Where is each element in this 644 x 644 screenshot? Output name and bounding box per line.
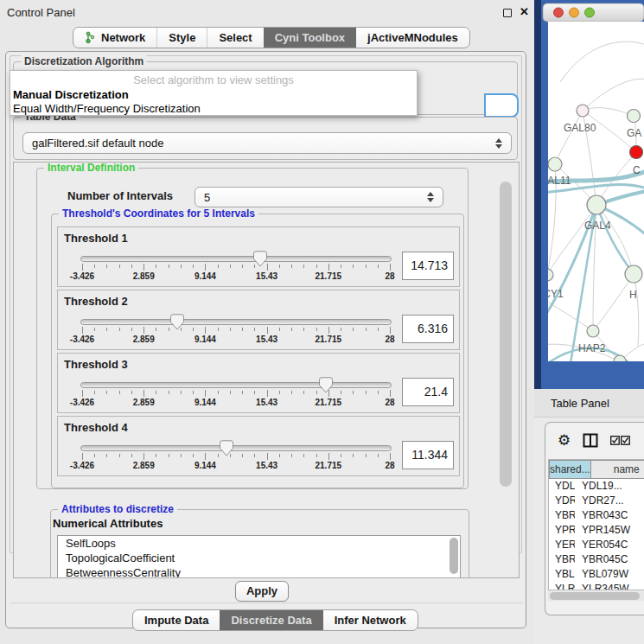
cell-name[interactable]: YBR043C	[575, 508, 644, 523]
threshold-label: Threshold 1	[64, 232, 128, 245]
table-row[interactable]: YDL19... YDL19...	[549, 479, 644, 494]
cell-shared-name[interactable]: YBR045C	[549, 552, 575, 567]
cell-name[interactable]: YDR27...	[575, 494, 644, 508]
apply-button[interactable]: Apply	[235, 581, 289, 602]
tab-style[interactable]: Style	[156, 28, 207, 48]
bottom-tabbar: Impute Data Discretize Data Infer Networ…	[132, 609, 418, 631]
vertical-scrollbar[interactable]	[500, 182, 512, 487]
slider-thumb[interactable]	[253, 251, 267, 267]
tab-infer-network[interactable]: Infer Network	[323, 610, 418, 630]
network-node-gal80[interactable]	[577, 105, 589, 117]
threshold-2-slider[interactable]: -3.4262.8599.14415.4321.71528	[80, 313, 392, 349]
zoom-traffic-light[interactable]	[585, 8, 595, 17]
network-node[interactable]	[625, 265, 642, 283]
table-row[interactable]: YBL079W YBL079W	[549, 567, 644, 582]
threshold-2-value-field[interactable]: 6.316	[402, 315, 454, 343]
slider-track[interactable]	[80, 445, 392, 451]
cell-shared-name[interactable]: YER054C	[549, 538, 575, 552]
table-row[interactable]: YDR27... YDR27...	[549, 494, 644, 508]
network-node[interactable]	[628, 110, 641, 123]
threshold-3-value-field[interactable]: 21.4	[402, 378, 454, 406]
node-label: HAP2	[578, 342, 606, 354]
threshold-4-value-field[interactable]: 11.344	[402, 441, 454, 469]
tick-labels: -3.4262.8599.14415.4321.71528	[82, 271, 390, 282]
column-header-shared-name[interactable]: shared...	[549, 460, 591, 479]
checkbox-icons[interactable]	[610, 436, 630, 445]
slider-track[interactable]	[80, 319, 392, 325]
cell-shared-name[interactable]: YPR145W	[549, 523, 575, 538]
attribute-list-item[interactable]: SelfLoops	[58, 536, 460, 551]
float-window-icon[interactable]	[503, 9, 512, 17]
table-row[interactable]: YBR043C YBR043C	[549, 508, 644, 523]
node-label: C	[633, 164, 641, 176]
attribute-list-item[interactable]: TopologicalCoefficient	[58, 551, 460, 565]
table-data-combobox[interactable]: galFiltered.sif default node	[22, 132, 512, 154]
tab-impute-data[interactable]: Impute Data	[133, 610, 220, 630]
column-header-name[interactable]: name	[591, 460, 644, 479]
menu-item-equal-width-frequency[interactable]: Equal Width/Frequency Discretization	[13, 102, 201, 115]
slider-ticks	[82, 327, 390, 335]
close-traffic-light[interactable]	[554, 8, 564, 17]
cell-shared-name[interactable]: YBL079W	[549, 567, 575, 582]
popup-hint: Select algorithm to view settings	[10, 73, 417, 86]
minimize-traffic-light[interactable]	[570, 8, 579, 17]
cell-name[interactable]: YER054C	[575, 538, 644, 552]
tab-jactivemnodules[interactable]: jActiveMNodules	[356, 28, 469, 48]
thresholds-group: Threshold's Coordinates for 5 Intervals …	[51, 214, 464, 488]
table-row[interactable]: YPR145W YPR145W	[549, 523, 644, 538]
group-title: Attributes to discretize	[58, 503, 177, 515]
panel-title: Control Panel	[7, 6, 75, 19]
cell-name[interactable]: YBR045C	[575, 552, 644, 567]
number-of-intervals-combobox[interactable]: 5	[194, 187, 443, 207]
table-toolbar: ⚙	[545, 423, 644, 457]
group-title: Interval Definition	[44, 162, 138, 174]
network-node-hap2[interactable]	[587, 325, 599, 337]
tab-cyni-toolbox[interactable]: Cyni Toolbox	[264, 28, 356, 48]
table-row[interactable]: YER054C YER054C	[549, 538, 644, 552]
cell-name[interactable]: YPR145W	[575, 523, 644, 538]
node-table: shared... name YDL19... YDL19...YDR27...…	[548, 459, 644, 590]
tab-network[interactable]: Network	[73, 28, 156, 48]
slider-thumb[interactable]	[319, 377, 333, 393]
threshold-3-slider[interactable]: -3.4262.8599.14415.4321.71528	[80, 376, 392, 412]
group-title: Discretization Algorithm	[21, 55, 147, 67]
cell-shared-name[interactable]: YLR345W	[549, 582, 575, 590]
algorithm-popup-menu: Select algorithm to view settings Manual…	[10, 70, 418, 116]
close-icon[interactable]: ✕	[520, 5, 529, 18]
slider-track[interactable]	[80, 382, 392, 388]
horizontal-scrollbar[interactable]	[548, 591, 644, 601]
columns-icon[interactable]	[583, 433, 598, 448]
slider-thumb[interactable]	[170, 314, 184, 330]
threshold-label: Threshold 3	[64, 358, 128, 371]
table-row[interactable]: YBR045C YBR045C	[549, 552, 644, 567]
threshold-4-slider[interactable]: -3.4262.8599.14415.4321.71528	[80, 439, 392, 475]
gear-icon[interactable]: ⚙	[558, 433, 571, 448]
attribute-list-item[interactable]: BetweennessCentrality	[58, 565, 460, 578]
threshold-1-slider[interactable]: -3.4262.8599.14415.4321.71528	[80, 250, 392, 286]
threshold-1-value-field[interactable]: 14.713	[402, 252, 454, 280]
network-node-selected-red[interactable]	[630, 146, 643, 159]
slider-thumb[interactable]	[220, 440, 233, 456]
cell-shared-name[interactable]: YDL19...	[549, 479, 575, 494]
spinner-arrows-icon	[495, 138, 502, 149]
network-node-gal4[interactable]	[587, 195, 606, 214]
top-tabbar: Network Style Select Cyni Toolbox jActiv…	[73, 27, 470, 48]
interval-definition-group: Interval Definition Number of Intervals …	[36, 168, 469, 489]
cell-name[interactable]: YBL079W	[575, 567, 644, 582]
network-icon	[85, 31, 97, 44]
table-row[interactable]: YLR345W YLR345W	[549, 582, 644, 590]
cell-shared-name[interactable]: YDR27...	[549, 494, 575, 508]
tick-labels: -3.4262.8599.14415.4321.71528	[82, 335, 390, 345]
cell-name[interactable]: YLR345W	[575, 582, 644, 590]
scrollbar-thumb[interactable]	[550, 592, 640, 600]
cell-name[interactable]: YDL19...	[575, 479, 644, 494]
tab-discretize-data[interactable]: Discretize Data	[220, 610, 322, 630]
cell-shared-name[interactable]: YBR043C	[549, 508, 575, 523]
tab-select[interactable]: Select	[207, 28, 263, 48]
list-scrollbar[interactable]	[450, 538, 458, 574]
algorithm-combobox-fragment[interactable]	[484, 93, 519, 118]
numerical-attributes-list[interactable]: SelfLoopsTopologicalCoefficientBetweenne…	[57, 535, 461, 578]
slider-track[interactable]	[80, 256, 392, 262]
menu-item-manual-discretization[interactable]: Manual Discretization	[13, 88, 129, 101]
network-node-gal11[interactable]	[548, 157, 562, 171]
